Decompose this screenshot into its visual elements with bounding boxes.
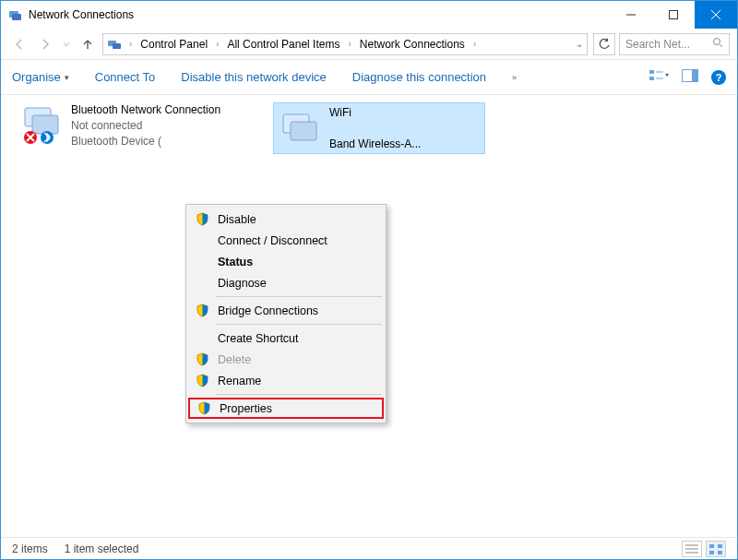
window-title: Network Connections <box>29 8 610 21</box>
connect-to-button[interactable]: Connect To <box>95 70 156 84</box>
chevron-right-icon: › <box>125 39 136 49</box>
address-bar-row: › Control Panel › All Control Panel Item… <box>1 29 737 60</box>
location-icon <box>107 37 124 52</box>
overflow-chevron-icon[interactable]: » <box>512 73 517 82</box>
chevron-right-icon: › <box>344 39 354 49</box>
svg-rect-15 <box>692 70 697 81</box>
up-button[interactable] <box>77 33 99 55</box>
search-icon <box>712 37 723 51</box>
svg-rect-21 <box>291 122 316 140</box>
svg-rect-28 <box>718 551 722 554</box>
minimize-button[interactable] <box>610 1 652 29</box>
close-button[interactable] <box>695 1 737 29</box>
adapter-wifi[interactable]: WiFi Band Wireless-A... <box>273 102 485 154</box>
adapter-name: Bluetooth Network Connection <box>71 102 220 118</box>
breadcrumb-item[interactable]: Network Connections <box>357 36 468 53</box>
help-icon[interactable]: ? <box>711 70 726 85</box>
separator <box>216 324 382 325</box>
svg-rect-26 <box>718 544 722 548</box>
shield-icon <box>194 211 210 228</box>
bluetooth-adapter-icon <box>19 102 64 147</box>
separator <box>216 394 382 395</box>
history-dropdown-icon[interactable]: ⌄ <box>576 39 583 49</box>
diagnose-button[interactable]: Diagnose this connection <box>352 70 486 84</box>
large-icons-view-button[interactable] <box>706 541 726 557</box>
maximize-button[interactable] <box>652 1 695 29</box>
ctx-delete: Delete <box>188 349 384 370</box>
svg-rect-1 <box>12 14 21 20</box>
adapter-name: WiFi <box>329 105 421 121</box>
svg-rect-25 <box>709 544 714 548</box>
adapter-status <box>329 121 421 137</box>
title-bar: Network Connections <box>1 1 737 29</box>
ctx-connect-disconnect[interactable]: Connect / Disconnect <box>188 230 384 251</box>
shield-icon <box>194 303 210 319</box>
ctx-bridge[interactable]: Bridge Connections <box>188 300 384 321</box>
adapter-device: Bluetooth Device ( <box>71 134 220 149</box>
details-view-button[interactable] <box>682 541 702 557</box>
view-options-icon[interactable] <box>649 68 669 86</box>
status-bar: 2 items 1 item selected <box>1 537 737 559</box>
organise-menu[interactable]: Organise▾ <box>12 70 69 84</box>
adapter-status: Not connected <box>71 118 220 134</box>
app-icon <box>8 7 23 22</box>
svg-rect-7 <box>113 43 121 49</box>
svg-point-8 <box>714 39 720 45</box>
item-count: 2 items <box>12 542 48 555</box>
breadcrumb-item[interactable]: All Control Panel Items <box>224 36 342 53</box>
shield-icon <box>194 373 210 389</box>
svg-line-9 <box>720 44 722 47</box>
command-bar: Organise▾ Connect To Disable this networ… <box>1 60 737 95</box>
breadcrumb-item[interactable]: Control Panel <box>137 36 210 53</box>
ctx-properties[interactable]: Properties <box>188 398 384 419</box>
chevron-right-icon: › <box>212 39 222 49</box>
svg-rect-11 <box>649 77 654 80</box>
ctx-create-shortcut[interactable]: Create Shortcut <box>188 328 384 349</box>
search-placeholder: Search Net... <box>625 38 708 51</box>
shield-icon <box>194 351 210 368</box>
svg-rect-17 <box>32 115 58 134</box>
separator <box>216 296 382 297</box>
svg-rect-3 <box>670 11 678 19</box>
shield-icon <box>196 400 212 417</box>
ctx-status[interactable]: Status <box>188 251 384 272</box>
back-button[interactable] <box>8 33 30 55</box>
content-area: Bluetooth Network Connection Not connect… <box>1 95 737 542</box>
disable-device-button[interactable]: Disable this network device <box>181 70 327 84</box>
context-menu: Disable Connect / Disconnect Status Diag… <box>185 204 387 423</box>
svg-rect-27 <box>709 551 714 554</box>
adapter-device: Band Wireless-A... <box>329 137 421 151</box>
breadcrumb[interactable]: › Control Panel › All Control Panel Item… <box>102 33 588 55</box>
search-input[interactable]: Search Net... <box>619 33 730 55</box>
svg-rect-10 <box>649 70 654 74</box>
preview-pane-icon[interactable] <box>682 69 698 85</box>
adapter-bluetooth[interactable]: Bluetooth Network Connection Not connect… <box>19 102 241 149</box>
recent-dropdown[interactable] <box>60 33 73 55</box>
ctx-diagnose[interactable]: Diagnose <box>188 272 384 293</box>
refresh-button[interactable] <box>593 33 615 55</box>
ctx-disable[interactable]: Disable <box>188 209 384 230</box>
chevron-right-icon: › <box>470 39 480 49</box>
forward-button[interactable] <box>34 33 56 55</box>
selection-count: 1 item selected <box>65 542 139 555</box>
wifi-adapter-icon <box>278 105 322 149</box>
ctx-rename[interactable]: Rename <box>188 370 384 391</box>
